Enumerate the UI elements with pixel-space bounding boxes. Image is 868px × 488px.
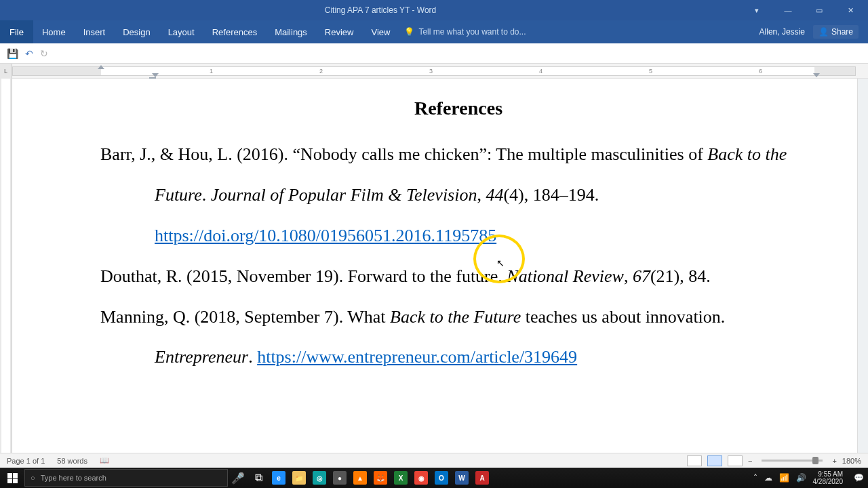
tab-label: Review xyxy=(325,27,354,37)
taskbar-app-cortana[interactable]: ◎ xyxy=(309,468,330,488)
clock-time: 9:55 AM xyxy=(813,470,844,478)
redo-icon[interactable]: ↻ xyxy=(40,48,48,59)
ref-journal-italic: National Review xyxy=(507,266,624,286)
zoom-in-button[interactable]: + xyxy=(832,457,836,465)
doi-link[interactable]: https://doi.org/10.1080/01956051.2016.11… xyxy=(155,226,496,245)
taskbar-app-outlook[interactable]: O xyxy=(431,468,452,488)
print-layout-button[interactable] xyxy=(707,455,722,466)
document-body[interactable]: References Barr, J., & Hou, L. (2016). “… xyxy=(100,87,816,378)
horizontal-ruler[interactable]: L 1 2 3 4 5 6 xyxy=(0,64,868,79)
tab-layout[interactable]: Layout xyxy=(159,20,203,43)
vertical-ruler[interactable] xyxy=(0,79,12,453)
ruler-corner: L xyxy=(0,64,12,79)
tab-label: Mailings xyxy=(275,27,307,37)
tab-label: View xyxy=(371,27,390,37)
vertical-scrollbar[interactable] xyxy=(857,79,868,453)
maximize-button[interactable]: ▭ xyxy=(810,6,829,15)
user-name[interactable]: Allen, Jessie xyxy=(760,27,805,37)
ruler-tick: 5 xyxy=(649,68,652,75)
ref-volume-italic: 67 xyxy=(633,266,650,286)
taskbar-app-excel[interactable]: X xyxy=(391,468,411,488)
windows-taskbar: ○ Type here to search 🎤 ⧉ e 📁 ◎ ● ▲ 🦊 X … xyxy=(0,468,868,488)
ref-authors-year: Manning, Q. (2018, September 7). What xyxy=(100,307,390,327)
taskbar-app-firefox[interactable]: 🦊 xyxy=(370,468,391,488)
taskbar-app-chrome[interactable]: ◉ xyxy=(411,468,431,488)
ref-issue-pages: (4), 184–194. xyxy=(503,185,599,205)
tab-view[interactable]: View xyxy=(362,20,399,43)
tab-home[interactable]: Home xyxy=(33,20,75,43)
ref-journal-italic: Journal of Popular Film & Television xyxy=(211,185,477,205)
tell-me-search[interactable]: 💡 Tell me what you want to do... xyxy=(404,20,526,43)
zoom-thumb[interactable] xyxy=(812,457,818,464)
tab-review[interactable]: Review xyxy=(316,20,363,43)
notifications-icon[interactable]: 💬 xyxy=(854,473,864,483)
lightbulb-icon: 💡 xyxy=(404,27,414,37)
tray-volume-icon[interactable]: 🔊 xyxy=(796,473,806,483)
ref-journal-italic: Entrepreneur xyxy=(155,347,248,367)
document-area: References Barr, J., & Hou, L. (2016). “… xyxy=(0,79,857,453)
file-tab[interactable]: File xyxy=(0,20,33,43)
ref-title: “Nobody calls me chicken”: The multiple … xyxy=(292,144,707,164)
tab-insert[interactable]: Insert xyxy=(75,20,115,43)
title-bar: Citing APA 7 articles YT - Word ▾ — ▭ ✕ xyxy=(0,0,868,20)
ref-text: . xyxy=(202,185,211,205)
taskbar-app-obs[interactable]: ● xyxy=(330,468,350,488)
reference-entry-2: Douthat, R. (2015, November 19). Forward… xyxy=(100,256,816,297)
task-view-icon[interactable]: ⧉ xyxy=(248,468,269,488)
tray-network-icon[interactable]: 📶 xyxy=(779,473,789,483)
spelling-icon[interactable]: 📖 xyxy=(100,456,109,465)
tab-label: Layout xyxy=(168,27,195,37)
page-indicator[interactable]: Page 1 of 1 xyxy=(7,457,45,465)
tab-design[interactable]: Design xyxy=(114,20,159,43)
tab-label: Design xyxy=(123,27,150,37)
tab-mailings[interactable]: Mailings xyxy=(266,20,316,43)
clock-date: 4/28/2020 xyxy=(813,478,844,485)
ref-text: . xyxy=(248,347,257,367)
word-count[interactable]: 58 words xyxy=(57,457,87,465)
windows-logo-icon xyxy=(7,473,18,483)
file-tab-label: File xyxy=(9,27,24,37)
share-button[interactable]: 👤 Share xyxy=(813,25,859,39)
mic-icon[interactable]: 🎤 xyxy=(228,468,248,488)
taskbar-app-word[interactable]: W xyxy=(452,468,472,488)
right-indent-marker[interactable] xyxy=(813,73,820,77)
tab-references[interactable]: References xyxy=(203,20,266,43)
taskbar-app-acrobat[interactable]: A xyxy=(472,468,492,488)
ref-text: , xyxy=(477,185,486,205)
search-placeholder: Type here to search xyxy=(41,474,106,482)
reference-entry-3: Manning, Q. (2018, September 7). What Ba… xyxy=(100,297,816,378)
tab-label: Home xyxy=(42,27,66,37)
document-page[interactable]: References Barr, J., & Hou, L. (2016). “… xyxy=(12,79,857,453)
read-mode-button[interactable] xyxy=(687,455,702,466)
ribbon-display-options-icon[interactable]: ▾ xyxy=(747,6,766,15)
tray-onedrive-icon[interactable]: ☁ xyxy=(764,473,772,483)
zoom-out-button[interactable]: − xyxy=(748,457,752,465)
ruler-tick: 6 xyxy=(759,68,762,75)
taskbar-app-ie[interactable]: e xyxy=(269,468,289,488)
save-icon[interactable]: 💾 xyxy=(7,48,18,59)
references-heading: References xyxy=(100,87,816,130)
zoom-slider[interactable] xyxy=(762,460,823,462)
cortana-icon: ○ xyxy=(31,474,35,482)
web-layout-button[interactable] xyxy=(728,455,743,466)
ruler-tick: 3 xyxy=(429,68,433,75)
ribbon: File Home Insert Design Layout Reference… xyxy=(0,20,868,43)
share-icon: 👤 xyxy=(818,27,829,37)
tray-chevron-icon[interactable]: ˄ xyxy=(753,473,757,483)
taskbar-clock[interactable]: 9:55 AM 4/28/2020 xyxy=(813,470,848,485)
taskbar-search[interactable]: ○ Type here to search xyxy=(24,469,228,487)
undo-icon[interactable]: ↶ xyxy=(25,48,33,59)
zoom-level[interactable]: 180% xyxy=(842,457,861,465)
start-button[interactable] xyxy=(0,468,24,488)
taskbar-app-explorer[interactable]: 📁 xyxy=(289,468,309,488)
url-link[interactable]: https://www.entrepreneur.com/article/319… xyxy=(257,347,577,367)
close-button[interactable]: ✕ xyxy=(841,6,860,15)
window-controls: ▾ — ▭ ✕ xyxy=(747,6,868,15)
minimize-button[interactable]: — xyxy=(778,6,797,15)
tab-label: References xyxy=(212,27,257,37)
tab-label: Insert xyxy=(83,27,106,37)
taskbar-app-vlc[interactable]: ▲ xyxy=(350,468,370,488)
first-line-indent-marker[interactable] xyxy=(98,65,104,69)
ruler-tick: 1 xyxy=(210,68,213,75)
quick-access-toolbar: 💾 ↶ ↻ xyxy=(0,43,868,64)
